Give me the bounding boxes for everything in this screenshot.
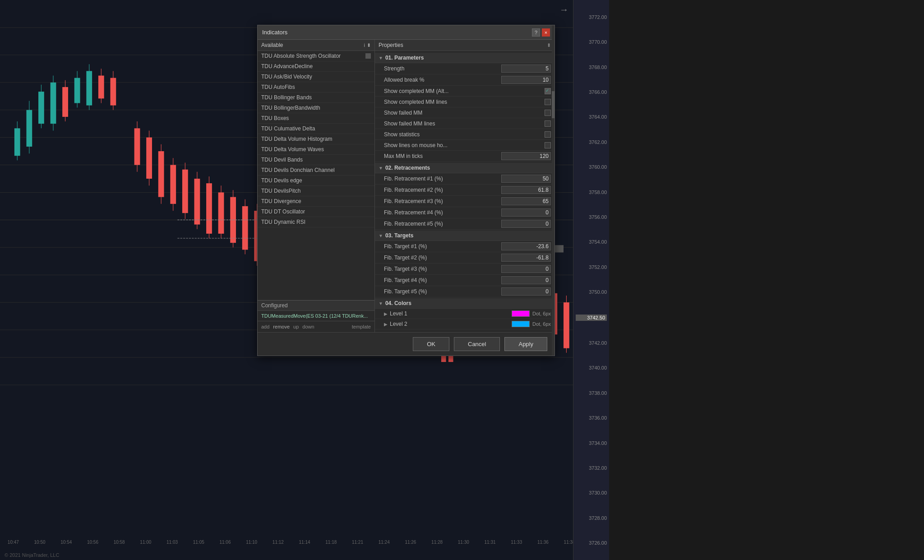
strength-value xyxy=(497,65,551,73)
time-label: 11:18 xyxy=(318,540,344,545)
price-axis: 3772.00 3770.00 3768.00 3766.00 3764.00 … xyxy=(573,0,609,560)
fib-ret-2-label: Fib. Retracement #2 (%) xyxy=(384,187,497,193)
strength-input[interactable] xyxy=(501,65,551,73)
price-label: 3760.00 xyxy=(576,164,607,170)
scroll-icon[interactable]: ⬍ xyxy=(367,42,371,48)
cancel-button[interactable]: Cancel xyxy=(454,337,500,351)
indicator-item[interactable]: TDU BollingerBandwidth xyxy=(258,103,374,113)
colors-section-title: 04. Colors xyxy=(385,300,411,306)
fib-ret-1-input[interactable] xyxy=(501,175,551,183)
info-icon[interactable]: i xyxy=(364,42,365,48)
indicator-item[interactable]: TDU AutoFibs xyxy=(258,82,374,93)
dialog-footer: OK Cancel Apply xyxy=(258,332,554,356)
right-panel: Properties ⬍ ▼ 01. Parameters Strength xyxy=(375,40,554,332)
time-label: 11:26 xyxy=(397,540,424,545)
targets-section-title: 03. Targets xyxy=(385,232,413,239)
fib-tgt-4-input[interactable] xyxy=(501,276,551,284)
time-label: 11:28 xyxy=(424,540,450,545)
show-statistics-row: Show statistics xyxy=(375,129,554,140)
indicator-item[interactable]: TDU AdvanceDecline xyxy=(258,61,374,72)
colors-section-header[interactable]: ▼ 04. Colors xyxy=(375,298,554,309)
indicator-item[interactable]: TDU Boxes xyxy=(258,113,374,124)
indicator-item[interactable]: TDU Ask/Bid Velocity xyxy=(258,72,374,82)
allowed-break-input[interactable] xyxy=(501,76,551,84)
level1-color-swatch[interactable] xyxy=(512,310,530,317)
chart-expand-arrow[interactable]: → xyxy=(559,5,568,15)
ok-button[interactable]: OK xyxy=(413,337,449,351)
fib-ret-2-input[interactable] xyxy=(501,186,551,194)
parameters-collapse-arrow: ▼ xyxy=(379,56,383,60)
fib-ret-4-input[interactable] xyxy=(501,208,551,217)
properties-header: Properties ⬍ xyxy=(375,40,554,51)
level2-expand-icon[interactable]: ▶ xyxy=(384,322,388,327)
time-label: 10:56 xyxy=(79,540,106,545)
time-label: 11:24 xyxy=(371,540,397,545)
show-statistics-checkbox[interactable] xyxy=(545,131,551,138)
apply-button[interactable]: Apply xyxy=(504,337,547,351)
properties-scrollbar-thumb[interactable] xyxy=(552,91,554,118)
level1-expand-icon[interactable]: ▶ xyxy=(384,311,388,316)
indicator-item[interactable]: TDU Divergence xyxy=(258,196,374,207)
price-label: 3736.00 xyxy=(576,415,607,421)
indicator-item[interactable]: TDU DT Oscillator xyxy=(258,207,374,217)
configured-item[interactable]: TDUMeasuredMove(ES 03-21 (12/4 TDURenk..… xyxy=(258,311,374,321)
show-lines-mouse-checkbox[interactable] xyxy=(545,142,551,148)
price-label: 3726.00 xyxy=(576,540,607,546)
dialog-controls: ? × xyxy=(532,28,550,37)
indicator-list[interactable]: TDU Absolute Strength Oscillator TDU Adv… xyxy=(258,51,374,300)
time-label: 11:00 xyxy=(133,540,159,545)
properties-scrollbar[interactable] xyxy=(552,25,554,356)
parameters-section-header[interactable]: ▼ 01. Parameters xyxy=(375,53,554,63)
remove-link[interactable]: remove xyxy=(273,324,290,329)
level2-color-swatch[interactable] xyxy=(512,321,530,327)
properties-scroll-icon[interactable]: ⬍ xyxy=(547,42,551,48)
fib-ret-5-input[interactable] xyxy=(501,220,551,228)
fib-tgt-1-label: Fib. Target #1 (%) xyxy=(384,243,497,250)
retracements-section-header[interactable]: ▼ 02. Retracements xyxy=(375,163,554,173)
indicator-item[interactable]: TDU DevilsPitch xyxy=(258,186,374,196)
current-price-label: 3742.50 xyxy=(576,315,607,321)
show-completed-mm-alt-checkbox[interactable] xyxy=(545,88,551,94)
dialog-help-button[interactable]: ? xyxy=(532,28,540,37)
indicator-item[interactable]: TDU Devils Donchian Channel xyxy=(258,165,374,176)
price-label: 3758.00 xyxy=(576,190,607,195)
dialog-title: Indicators xyxy=(262,29,287,36)
targets-section-header[interactable]: ▼ 03. Targets xyxy=(375,231,554,241)
colors-section: ▼ 04. Colors ▶ Level 1 Dot, 6px ▶ Level … xyxy=(375,298,554,329)
properties-scroll[interactable]: ▼ 01. Parameters Strength Allowed break … xyxy=(375,51,554,332)
indicator-item[interactable]: TDU Delta Volume Histogram xyxy=(258,134,374,144)
allowed-break-row: Allowed break % xyxy=(375,74,554,86)
add-link[interactable]: add xyxy=(261,324,269,329)
down-link[interactable]: down xyxy=(302,324,314,329)
indicator-item[interactable]: TDU Devils edge xyxy=(258,176,374,186)
indicator-item[interactable]: TDU Dynamic RSI xyxy=(258,217,374,227)
show-failed-mm-label: Show failed MM xyxy=(384,110,497,116)
indicator-item[interactable]: TDU Absolute Strength Oscillator xyxy=(258,51,374,61)
available-label: Available xyxy=(261,42,283,48)
price-label: 3768.00 xyxy=(576,65,607,70)
up-link[interactable]: up xyxy=(293,324,299,329)
fib-tgt-3-input[interactable] xyxy=(501,265,551,273)
dialog-close-button[interactable]: × xyxy=(542,28,550,37)
fib-tgt-3-label: Fib. Target #3 (%) xyxy=(384,266,497,272)
fib-ret-3-input[interactable] xyxy=(501,197,551,205)
fib-tgt-1-input[interactable] xyxy=(501,242,551,250)
show-failed-mm-lines-checkbox[interactable] xyxy=(545,120,551,127)
show-completed-mm-lines-checkbox[interactable] xyxy=(545,99,551,105)
show-failed-mm-lines-label: Show failed MM lines xyxy=(384,120,497,127)
max-mm-ticks-label: Max MM in ticks xyxy=(384,153,497,159)
price-label: 3764.00 xyxy=(576,114,607,120)
action-links: add remove up down xyxy=(261,324,314,329)
indicator-item[interactable]: TDU Bollinger Bands xyxy=(258,93,374,103)
indicator-item[interactable]: TDU Devil Bands xyxy=(258,155,374,165)
show-lines-mouse-label: Show lines on mouse ho... xyxy=(384,142,497,148)
indicator-item[interactable]: TDU Culumative Delta xyxy=(258,124,374,134)
max-mm-ticks-input[interactable] xyxy=(501,152,551,160)
show-failed-mm-lines-row: Show failed MM lines xyxy=(375,118,554,129)
fib-tgt-2-input[interactable] xyxy=(501,254,551,262)
fib-tgt-5-input[interactable] xyxy=(501,287,551,296)
template-link[interactable]: template xyxy=(352,324,371,329)
indicators-dialog: Indicators ? × Available i ⬍ TDU Absolut… xyxy=(257,25,555,356)
indicator-item[interactable]: TDU Delta Volume Waves xyxy=(258,144,374,155)
show-failed-mm-checkbox[interactable] xyxy=(545,110,551,116)
